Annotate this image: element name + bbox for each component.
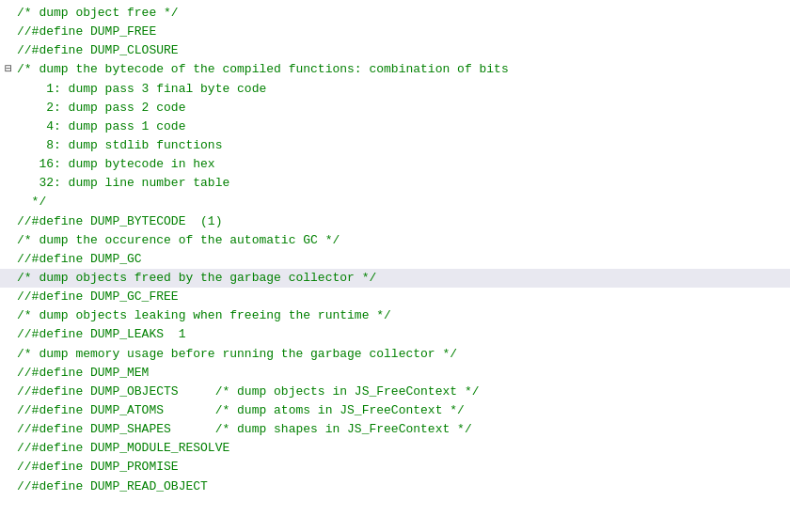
line-content: /* dump objects leaking when freeing the… — [17, 306, 790, 325]
code-line: ⊟/* dump the bytecode of the compiled fu… — [0, 60, 790, 79]
code-editor: /* dump object free *///#define DUMP_FRE… — [0, 0, 790, 532]
line-content: //#define DUMP_CLOSURE — [17, 41, 790, 60]
line-content: 1: dump pass 3 final byte code — [17, 80, 790, 99]
line-content: //#define DUMP_PROMISE — [17, 458, 790, 477]
line-content: //#define DUMP_MODULE_RESOLVE — [17, 439, 790, 458]
line-content: /* dump objects freed by the garbage col… — [17, 269, 790, 288]
code-line: //#define DUMP_CLOSURE — [0, 41, 790, 60]
code-line: //#define DUMP_FREE — [0, 23, 790, 41]
line-content: //#define DUMP_GC — [17, 250, 790, 269]
code-line: 8: dump stdlib functions — [0, 136, 790, 155]
line-content: 8: dump stdlib functions — [17, 136, 790, 155]
line-content: 2: dump pass 2 code — [17, 99, 790, 117]
line-content: /* dump memory usage before running the … — [17, 345, 790, 364]
line-content: 16: dump bytecode in hex — [17, 155, 790, 174]
code-line: */ — [0, 193, 790, 211]
line-content: //#define DUMP_MEM — [17, 364, 790, 383]
code-line: /* dump memory usage before running the … — [0, 345, 790, 364]
code-line: 16: dump bytecode in hex — [0, 155, 790, 174]
code-line: //#define DUMP_GC — [0, 250, 790, 269]
code-line: //#define DUMP_READ_OBJECT — [0, 477, 790, 496]
code-line: /* dump objects freed by the garbage col… — [0, 269, 790, 288]
code-line: /* dump object free */ — [0, 4, 790, 23]
code-line: //#define DUMP_LEAKS 1 — [0, 325, 790, 344]
line-content: //#define DUMP_READ_OBJECT — [17, 477, 790, 496]
line-content: /* dump object free */ — [17, 4, 790, 23]
gutter-icon[interactable]: ⊟ — [0, 60, 17, 79]
line-content: /* dump the bytecode of the compiled fun… — [17, 60, 790, 79]
line-content: //#define DUMP_OBJECTS /* dump objects i… — [17, 383, 790, 401]
line-content: //#define DUMP_SHAPES /* dump shapes in … — [17, 420, 790, 439]
line-content: /* dump the occurence of the automatic G… — [17, 231, 790, 250]
code-line: //#define DUMP_GC_FREE — [0, 288, 790, 306]
code-line: //#define DUMP_ATOMS /* dump atoms in JS… — [0, 401, 790, 420]
code-line: 32: dump line number table — [0, 174, 790, 193]
code-line: /* dump objects leaking when freeing the… — [0, 306, 790, 325]
line-content: //#define DUMP_BYTECODE (1) — [17, 212, 790, 231]
line-content: 4: dump pass 1 code — [17, 117, 790, 136]
line-content: //#define DUMP_FREE — [17, 23, 790, 41]
code-line: 2: dump pass 2 code — [0, 99, 790, 117]
code-line: //#define DUMP_SHAPES /* dump shapes in … — [0, 420, 790, 439]
code-line: //#define DUMP_BYTECODE (1) — [0, 212, 790, 231]
code-line: //#define DUMP_PROMISE — [0, 458, 790, 477]
code-line: //#define DUMP_OBJECTS /* dump objects i… — [0, 383, 790, 401]
line-content: 32: dump line number table — [17, 174, 790, 193]
line-content: //#define DUMP_GC_FREE — [17, 288, 790, 306]
code-line: 1: dump pass 3 final byte code — [0, 80, 790, 99]
code-line: /* dump the occurence of the automatic G… — [0, 231, 790, 250]
code-line: //#define DUMP_MODULE_RESOLVE — [0, 439, 790, 458]
line-content: */ — [17, 193, 790, 211]
line-content: //#define DUMP_LEAKS 1 — [17, 325, 790, 344]
line-content: //#define DUMP_ATOMS /* dump atoms in JS… — [17, 401, 790, 420]
code-line: 4: dump pass 1 code — [0, 117, 790, 136]
code-line: //#define DUMP_MEM — [0, 364, 790, 383]
